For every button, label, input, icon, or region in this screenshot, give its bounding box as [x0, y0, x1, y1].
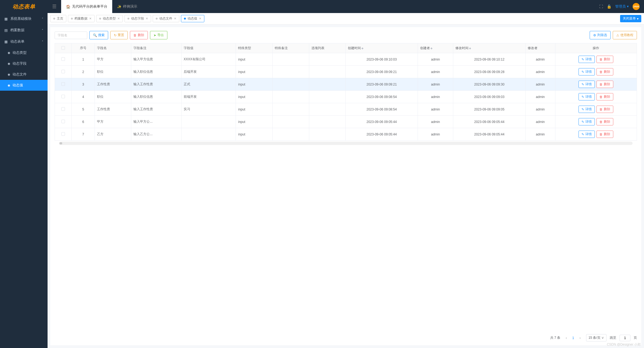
row-delete-button[interactable]: 🗑 删除 — [596, 56, 613, 63]
row-delete-button[interactable]: 🗑 删除 — [596, 118, 613, 125]
cell-idx: 2 — [72, 66, 95, 78]
cell-idx: 5 — [72, 103, 95, 116]
detail-button[interactable]: ✎ 详情 — [579, 56, 595, 63]
row-delete-button[interactable]: 🗑 删除 — [596, 131, 613, 138]
col-header-5: 特殊备注 — [273, 43, 309, 53]
select-all-checkbox[interactable] — [61, 46, 65, 50]
detail-button[interactable]: ✎ 详情 — [579, 118, 595, 125]
tab-4[interactable]: 动态文件✕ — [153, 15, 179, 22]
col-header-7[interactable]: 创建时间◆ — [346, 43, 418, 53]
detail-button[interactable]: ✎ 详情 — [579, 131, 595, 138]
cell-mtime: 2023-09-06 09:09:03 — [453, 91, 526, 103]
row-checkbox[interactable] — [61, 70, 65, 73]
trash-icon: 🗑 — [599, 120, 603, 124]
help-button[interactable]: ⚠使用教程 — [613, 31, 637, 39]
detail-button[interactable]: ✎ 详情 — [579, 81, 595, 88]
lock-icon[interactable]: 🔒 — [607, 4, 611, 9]
tab-icon: 🏠 — [66, 5, 70, 9]
submenu-item-0[interactable]: ◉动态类型 — [0, 47, 48, 58]
close-icon[interactable]: ✕ — [89, 17, 92, 20]
menu-icon: ▦ — [4, 40, 8, 44]
cell-value: 实习 — [181, 103, 236, 116]
row-delete-button[interactable]: 🗑 删除 — [596, 81, 613, 88]
page-number[interactable]: 1 — [572, 336, 574, 340]
close-menu-button[interactable]: 关闭菜单▾ — [620, 15, 641, 22]
col-header-8[interactable]: 创建者◆ — [418, 43, 453, 53]
admin-dropdown[interactable]: 管理员 ▾ — [615, 4, 629, 9]
reset-button[interactable]: ↻重置 — [110, 31, 128, 39]
cell-value — [181, 128, 236, 141]
row-checkbox[interactable] — [61, 95, 65, 98]
detail-button[interactable]: ✎ 详情 — [579, 106, 595, 113]
row-checkbox[interactable] — [61, 120, 65, 123]
cell-value: XXXX有限公司 — [181, 53, 236, 66]
row-checkbox[interactable] — [61, 107, 65, 111]
search-button[interactable]: 🔍搜索 — [89, 31, 108, 39]
close-icon[interactable]: ✕ — [199, 17, 201, 20]
prev-page-button[interactable]: ‹ — [564, 335, 569, 341]
sidebar: ▦系统基础模块˅▤档案数据˅▦动态表单˄◉动态类型◉动态字段◉动态文件◉动态值 — [0, 0, 48, 348]
sort-icon: ◆ — [469, 47, 471, 50]
close-icon[interactable]: ✕ — [174, 17, 176, 20]
tab-3[interactable]: 动态字段✕ — [124, 15, 151, 22]
row-delete-button[interactable]: 🗑 删除 — [596, 93, 613, 100]
refresh-icon: ↻ — [114, 33, 117, 37]
chevron-up-icon: ˄ — [42, 40, 43, 43]
cell-idx: 1 — [72, 53, 95, 66]
close-icon[interactable]: ✕ — [146, 17, 148, 20]
goto-label: 跳至 — [610, 336, 616, 340]
cell-opts — [309, 116, 346, 128]
edit-icon: ✎ — [582, 107, 584, 111]
edit-icon: ✎ — [582, 70, 584, 74]
export-button[interactable]: ➤导出 — [150, 31, 167, 39]
cell-cuser: admin — [418, 128, 453, 141]
detail-button[interactable]: ✎ 详情 — [579, 93, 595, 100]
cell-muser: admin — [526, 66, 555, 78]
close-icon[interactable]: ✕ — [117, 17, 120, 20]
tab-0[interactable]: 主页 — [50, 15, 66, 22]
cell-mtime: 2023-09-06 09:09:30 — [453, 78, 526, 91]
hamburger-icon[interactable]: ☰ — [48, 4, 61, 10]
next-page-button[interactable]: › — [577, 335, 583, 341]
detail-button[interactable]: ✎ 详情 — [579, 68, 595, 75]
row-checkbox[interactable] — [61, 82, 65, 86]
row-checkbox[interactable] — [61, 57, 65, 61]
top-tab-0[interactable]: 🏠无代码平台的表单平台 — [61, 0, 112, 13]
col-header-3: 字段值 — [181, 43, 236, 53]
column-filter-button[interactable]: ⚙列筛选 — [590, 31, 611, 39]
search-icon: 🔍 — [93, 33, 97, 37]
delete-button[interactable]: 🗑删除 — [130, 31, 148, 39]
submenu-item-3[interactable]: ◉动态值 — [0, 80, 48, 91]
trash-icon: 🗑 — [599, 95, 603, 99]
col-header-9[interactable]: 修改时间◆ — [453, 43, 526, 53]
horizontal-scrollbar[interactable] — [59, 142, 633, 145]
menu-icon: ▦ — [4, 17, 8, 21]
tab-5[interactable]: 动态值✕ — [181, 15, 204, 22]
tab-icon: ✨ — [117, 5, 121, 9]
trash-icon: 🗑 — [599, 83, 603, 86]
submenu-item-2[interactable]: ◉动态文件 — [0, 69, 48, 80]
top-tab-1[interactable]: ✨样例演示 — [112, 0, 142, 13]
menu-group-1[interactable]: ▤档案数据˅ — [0, 24, 48, 36]
goto-input[interactable] — [620, 335, 630, 341]
menu-group-2[interactable]: ▦动态表单˄ — [0, 36, 48, 47]
cell-stype: input — [236, 66, 273, 78]
row-checkbox[interactable] — [61, 132, 65, 136]
menu-group-0[interactable]: ▦系统基础模块˅ — [0, 13, 48, 24]
tab-1[interactable]: 档案数据✕ — [68, 15, 95, 22]
row-delete-button[interactable]: 🗑 删除 — [596, 106, 613, 113]
avatar[interactable]: JAVA — [633, 3, 640, 10]
cell-idx: 3 — [72, 78, 95, 91]
submenu-item-1[interactable]: ◉动态字段 — [0, 58, 48, 69]
col-header-2: 字段备注 — [131, 43, 181, 53]
search-input[interactable] — [55, 31, 87, 39]
tab-2[interactable]: 动态类型✕ — [96, 15, 123, 22]
table-row: 2 职位 输入职位信息 后端开发 input 2023-09-06 09:09:… — [55, 66, 637, 78]
cell-remark: 输入职位信息 — [131, 91, 181, 103]
page-size-select[interactable]: 15 条/页 ∨ — [586, 334, 607, 341]
row-delete-button[interactable]: 🗑 删除 — [596, 68, 613, 75]
cell-opts — [309, 66, 346, 78]
help-icon: ⚠ — [616, 33, 619, 37]
col-header-1: 字段名 — [95, 43, 131, 53]
fullscreen-icon[interactable]: ⛶ — [599, 4, 603, 9]
